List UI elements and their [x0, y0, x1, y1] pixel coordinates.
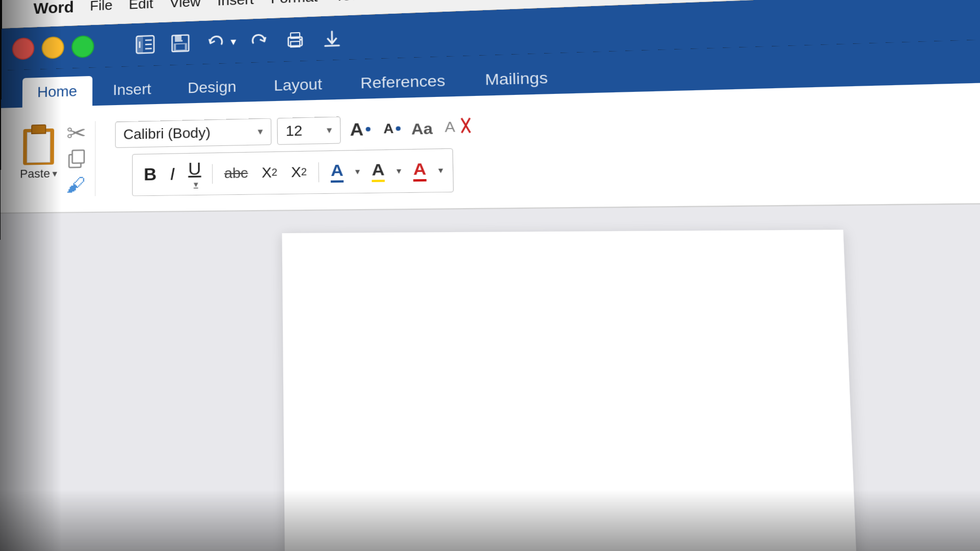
- menu-view[interactable]: View: [169, 0, 201, 11]
- underline-button[interactable]: U ▾: [184, 156, 206, 191]
- font-dropdown-arrow-icon: ▾: [258, 126, 263, 138]
- save-icon[interactable]: [167, 30, 193, 57]
- svg-rect-17: [72, 150, 84, 163]
- svg-text:A: A: [445, 118, 456, 135]
- font-name-dropdown[interactable]: Calibri (Body) ▾: [115, 118, 272, 148]
- text-color-red-button[interactable]: A: [408, 157, 431, 184]
- tab-home[interactable]: Home: [22, 76, 92, 108]
- format-painter-button[interactable]: 🖌: [66, 173, 86, 196]
- shrink-font-dot: [396, 126, 401, 131]
- underline-dropdown-icon[interactable]: ▾: [193, 179, 198, 189]
- cut-button[interactable]: ✂: [66, 121, 86, 145]
- menu-insert[interactable]: Insert: [217, 0, 254, 9]
- paste-button[interactable]: Paste ▾: [20, 122, 58, 181]
- traffic-lights: [12, 35, 94, 60]
- font-size-dropdown-arrow-icon: ▾: [327, 124, 332, 136]
- undo-group: ▾: [203, 29, 236, 56]
- app-name[interactable]: Word: [33, 0, 74, 17]
- clipboard-tools: ✂ 🖌: [66, 121, 87, 196]
- font-size-dropdown[interactable]: 12 ▾: [277, 116, 341, 145]
- sidebar-toggle-icon[interactable]: [132, 31, 159, 58]
- clipboard-section: Paste ▾ ✂: [11, 121, 95, 197]
- svg-line-21: [462, 118, 471, 133]
- svg-line-20: [462, 118, 471, 133]
- highlight-indicator: [372, 180, 385, 182]
- menu-file[interactable]: File: [90, 0, 112, 14]
- minimize-button[interactable]: [42, 36, 64, 59]
- svg-rect-12: [290, 41, 300, 47]
- document-page[interactable]: [282, 230, 857, 551]
- redo-icon[interactable]: [245, 27, 273, 54]
- superscript-button[interactable]: X2: [286, 161, 311, 183]
- formatting-toolbar: B I U ▾ abc X2: [132, 148, 454, 196]
- copy-button[interactable]: [66, 148, 86, 171]
- undo-dropdown-arrow-icon[interactable]: ▾: [231, 35, 236, 48]
- paste-dropdown-icon[interactable]: ▾: [52, 168, 57, 180]
- svg-text:Aa: Aa: [411, 120, 433, 138]
- font-section: Calibri (Body) ▾ 12 ▾ A A: [106, 112, 482, 196]
- clipboard-icon: [20, 122, 58, 165]
- svg-rect-0: [136, 36, 154, 54]
- svg-rect-11: [288, 37, 302, 46]
- shrink-font-button[interactable]: A: [380, 119, 404, 138]
- grow-font-dot: [366, 127, 371, 132]
- document-area: [0, 203, 980, 551]
- paste-label: Paste: [20, 167, 50, 181]
- grow-font-button[interactable]: A: [346, 118, 374, 141]
- close-button[interactable]: [12, 37, 35, 60]
- svg-point-14: [299, 39, 302, 41]
- text-color-red-dropdown-button[interactable]: ▾: [436, 165, 446, 176]
- font-color-indicator: [331, 180, 344, 183]
- text-color-red-indicator: [413, 179, 427, 182]
- menu-edit[interactable]: Edit: [129, 0, 153, 13]
- maximize-button[interactable]: [71, 35, 94, 58]
